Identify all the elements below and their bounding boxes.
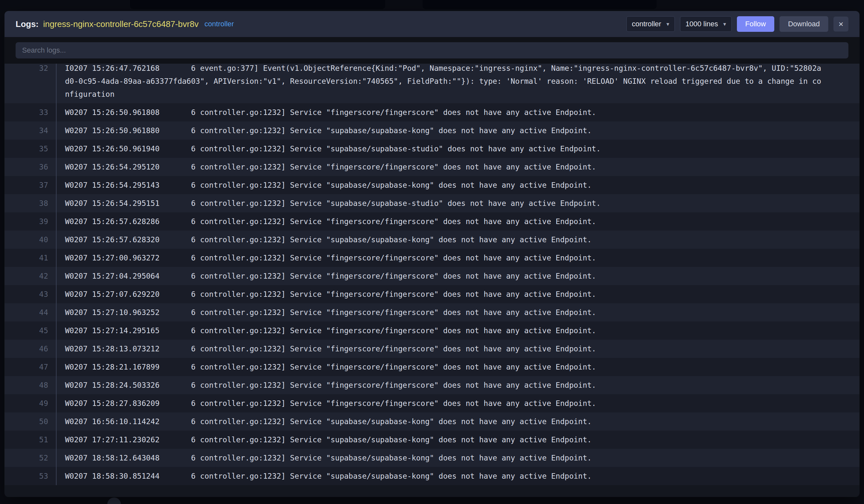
line-number: 40 xyxy=(4,231,57,249)
background-avatar xyxy=(107,497,121,504)
log-message: W0207 17:27:11.230262 6 controller.go:12… xyxy=(57,431,860,449)
line-number: 49 xyxy=(4,394,57,413)
chevron-down-icon: ▾ xyxy=(667,22,669,27)
log-row: 45 W0207 15:27:14.295165 6 controller.go… xyxy=(4,321,860,340)
log-message: W0207 15:26:54.295151 6 controller.go:12… xyxy=(57,194,860,212)
log-row: 47 W0207 15:28:21.167899 6 controller.go… xyxy=(4,358,860,376)
logs-panel: Logs: ingress-nginx-controller-6c57c6487… xyxy=(4,11,860,497)
line-number: 38 xyxy=(4,194,57,212)
log-message: W0207 15:26:57.628286 6 controller.go:12… xyxy=(57,212,860,231)
line-number: 35 xyxy=(4,140,57,158)
download-button[interactable]: Download xyxy=(779,16,828,32)
line-number: 34 xyxy=(4,121,57,140)
log-row: 33 W0207 15:26:50.961808 6 controller.go… xyxy=(4,103,860,121)
log-message: W0207 15:27:00.963272 6 controller.go:12… xyxy=(57,249,860,267)
log-message: I0207 15:26:47.762168 6 event.go:377] Ev… xyxy=(57,64,860,103)
close-button[interactable]: × xyxy=(833,16,848,32)
log-message: W0207 15:27:07.629220 6 controller.go:12… xyxy=(57,285,860,303)
lines-select-value: 1000 lines xyxy=(686,20,718,28)
line-number: 41 xyxy=(4,249,57,267)
line-number: 33 xyxy=(4,103,57,121)
chevron-down-icon: ▾ xyxy=(723,22,726,27)
log-message: W0207 15:28:24.503326 6 controller.go:12… xyxy=(57,376,860,394)
logs-toolbar: controller ▾ 1000 lines ▾ Follow Downloa… xyxy=(626,16,848,32)
log-row: 38 W0207 15:26:54.295151 6 controller.go… xyxy=(4,194,860,212)
log-message: W0207 15:27:10.963252 6 controller.go:12… xyxy=(57,303,860,321)
log-row: 43 W0207 15:27:07.629220 6 controller.go… xyxy=(4,285,860,303)
line-number: 48 xyxy=(4,376,57,394)
container-badge: controller xyxy=(204,20,234,28)
log-row: 52 W0207 18:58:12.643048 6 controller.go… xyxy=(4,449,860,467)
line-number: 52 xyxy=(4,449,57,467)
log-message: W0207 15:28:21.167899 6 controller.go:12… xyxy=(57,358,860,376)
container-select[interactable]: controller ▾ xyxy=(626,16,675,32)
log-list: 32 I0207 15:26:47.762168 6 event.go:377]… xyxy=(4,64,860,485)
log-row: 41 W0207 15:27:00.963272 6 controller.go… xyxy=(4,249,860,267)
log-viewport[interactable]: 32 I0207 15:26:47.762168 6 event.go:377]… xyxy=(4,64,860,497)
log-message: W0207 15:26:50.961808 6 controller.go:12… xyxy=(57,103,860,121)
log-message: W0207 15:28:13.073212 6 controller.go:12… xyxy=(57,340,860,358)
log-row: 36 W0207 15:26:54.295120 6 controller.go… xyxy=(4,158,860,176)
log-message: W0207 15:26:54.295143 6 controller.go:12… xyxy=(57,176,860,194)
line-number: 53 xyxy=(4,467,57,485)
log-message: W0207 15:26:57.628320 6 controller.go:12… xyxy=(57,231,860,249)
log-row: 46 W0207 15:28:13.073212 6 controller.go… xyxy=(4,340,860,358)
container-select-value: controller xyxy=(632,20,661,28)
close-icon: × xyxy=(838,20,843,28)
log-row: 42 W0207 15:27:04.295064 6 controller.go… xyxy=(4,267,860,285)
log-row: 44 W0207 15:27:10.963252 6 controller.go… xyxy=(4,303,860,321)
log-row: 34 W0207 15:26:50.961880 6 controller.go… xyxy=(4,121,860,140)
log-message: W0207 15:28:27.836209 6 controller.go:12… xyxy=(57,394,860,413)
pod-name: ingress-nginx-controller-6c57c6487-bvr8v xyxy=(43,19,199,29)
lines-select[interactable]: 1000 lines ▾ xyxy=(680,16,732,32)
log-row: 53 W0207 18:58:30.851244 6 controller.go… xyxy=(4,467,860,485)
line-number: 36 xyxy=(4,158,57,176)
log-row: 32 I0207 15:26:47.762168 6 event.go:377]… xyxy=(4,64,860,103)
line-number: 44 xyxy=(4,303,57,321)
log-row: 51 W0207 17:27:11.230262 6 controller.go… xyxy=(4,431,860,449)
log-message: W0207 18:58:30.851244 6 controller.go:12… xyxy=(57,467,860,485)
line-number: 46 xyxy=(4,340,57,358)
background-panel-right xyxy=(423,0,657,9)
log-message: W0207 18:58:12.643048 6 controller.go:12… xyxy=(57,449,860,467)
log-row: 48 W0207 15:28:24.503326 6 controller.go… xyxy=(4,376,860,394)
log-row: 35 W0207 15:26:50.961940 6 controller.go… xyxy=(4,140,860,158)
follow-button[interactable]: Follow xyxy=(737,16,775,32)
log-row: 37 W0207 15:26:54.295143 6 controller.go… xyxy=(4,176,860,194)
log-message: W0207 15:26:50.961880 6 controller.go:12… xyxy=(57,121,860,140)
log-row: 49 W0207 15:28:27.836209 6 controller.go… xyxy=(4,394,860,413)
line-number: 42 xyxy=(4,267,57,285)
line-number: 45 xyxy=(4,321,57,340)
line-number: 50 xyxy=(4,413,57,431)
log-message: W0207 16:56:10.114242 6 controller.go:12… xyxy=(57,413,860,431)
log-row: 40 W0207 15:26:57.628320 6 controller.go… xyxy=(4,231,860,249)
search-band xyxy=(4,37,860,64)
line-number: 32 xyxy=(4,64,57,103)
line-number: 43 xyxy=(4,285,57,303)
search-input[interactable] xyxy=(16,42,848,59)
line-number: 47 xyxy=(4,358,57,376)
line-number: 37 xyxy=(4,176,57,194)
background-panel-left xyxy=(130,0,385,9)
log-row: 50 W0207 16:56:10.114242 6 controller.go… xyxy=(4,413,860,431)
logs-title-label: Logs: xyxy=(16,19,39,29)
log-message: W0207 15:26:50.961940 6 controller.go:12… xyxy=(57,140,860,158)
line-number: 39 xyxy=(4,212,57,231)
logs-header: Logs: ingress-nginx-controller-6c57c6487… xyxy=(4,11,860,37)
line-number: 51 xyxy=(4,431,57,449)
log-message: W0207 15:27:14.295165 6 controller.go:12… xyxy=(57,321,860,340)
log-message: W0207 15:26:54.295120 6 controller.go:12… xyxy=(57,158,860,176)
log-message: W0207 15:27:04.295064 6 controller.go:12… xyxy=(57,267,860,285)
log-row: 39 W0207 15:26:57.628286 6 controller.go… xyxy=(4,212,860,231)
